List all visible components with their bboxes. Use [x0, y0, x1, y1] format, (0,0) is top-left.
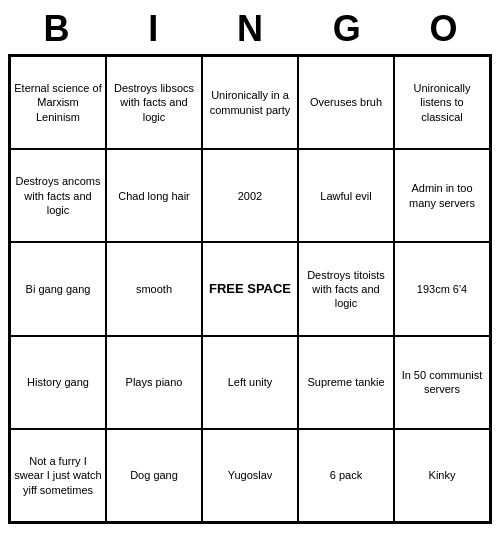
bingo-cell: FREE SPACE: [202, 242, 298, 335]
bingo-cell: 2002: [202, 149, 298, 242]
bingo-cell: Overuses bruh: [298, 56, 394, 149]
bingo-cell: Yugoslav: [202, 429, 298, 522]
bingo-letter: G: [298, 8, 395, 50]
bingo-cell: History gang: [10, 336, 106, 429]
bingo-grid: Eternal science of Marxism LeninismDestr…: [8, 54, 492, 524]
bingo-cell: Lawful evil: [298, 149, 394, 242]
bingo-cell: Eternal science of Marxism Leninism: [10, 56, 106, 149]
bingo-header: BINGO: [8, 8, 492, 50]
bingo-cell: Unironically in a communist party: [202, 56, 298, 149]
bingo-cell: Unironically listens to classical: [394, 56, 490, 149]
bingo-cell: Supreme tankie: [298, 336, 394, 429]
bingo-cell: Kinky: [394, 429, 490, 522]
bingo-cell: Chad long hair: [106, 149, 202, 242]
bingo-cell: Plays piano: [106, 336, 202, 429]
bingo-cell: Destroys titoists with facts and logic: [298, 242, 394, 335]
bingo-cell: 6 pack: [298, 429, 394, 522]
bingo-cell: Dog gang: [106, 429, 202, 522]
bingo-letter: I: [105, 8, 202, 50]
bingo-cell: smooth: [106, 242, 202, 335]
bingo-cell: Destroys ancoms with facts and logic: [10, 149, 106, 242]
bingo-cell: Left unity: [202, 336, 298, 429]
bingo-cell: Not a furry I swear I just watch yiff so…: [10, 429, 106, 522]
bingo-cell: 193cm 6'4: [394, 242, 490, 335]
bingo-letter: O: [395, 8, 492, 50]
bingo-cell: Bi gang gang: [10, 242, 106, 335]
bingo-cell: In 50 communist servers: [394, 336, 490, 429]
bingo-cell: Admin in too many servers: [394, 149, 490, 242]
bingo-letter: B: [8, 8, 105, 50]
bingo-letter: N: [202, 8, 299, 50]
bingo-cell: Destroys libsocs with facts and logic: [106, 56, 202, 149]
